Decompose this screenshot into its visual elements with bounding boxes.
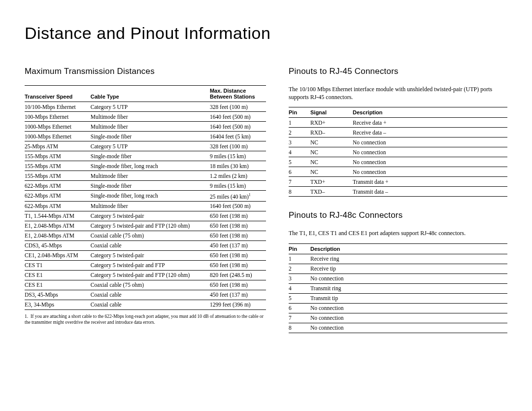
content-columns: Maximum Transmission Distances Transceiv… [25,67,507,333]
th-speed: Transceiver Speed [25,86,91,102]
table-row: DS3, 45-MbpsCoaxial cable450 feet (137 m… [25,290,266,300]
th-cable: Cable Type [91,86,210,102]
section-heading-distances: Maximum Transmission Distances [25,67,266,76]
table-row: CDS3, 45-MbpsCoaxial cable450 feet (137 … [25,240,266,250]
table-row: E3, 34-MbpsCoaxial cable1299 feet (396 m… [25,300,266,309]
th-pin: Pin [289,107,310,118]
th-dist: Max. Distance Between Stations [210,86,266,102]
table-row: 5Transmit tip [289,293,507,303]
section-heading-rj48c: Pinouts to RJ-48c Connectors [289,210,507,220]
left-column: Maximum Transmission Distances Transceiv… [25,67,266,333]
th-pin: Pin [289,243,310,254]
rj48c-intro: The T1, E1, CES T1 and CES E1 port adapt… [289,229,507,237]
th-desc: Description [353,107,507,118]
rj45-intro: The 10/100 Mbps Ethernet interface modul… [289,85,507,101]
table-row: 4Transmit ring [289,283,507,293]
table-row: 8No connection [289,323,507,333]
table-row: CE1, 2.048-Mbps ATMCategory 5 twisted-pa… [25,250,266,260]
distances-table: Transceiver Speed Cable Type Max. Distan… [25,85,266,310]
table-row: 1RXD+Receive data + [289,118,507,128]
section-heading-rj45: Pinouts to RJ-45 Connectors [289,67,507,76]
table-row: 8TXD–Transmit data – [289,187,507,197]
table-row: E1, 2.048-Mbps ATMCategory 5 twisted-pai… [25,221,266,231]
table-row: 622-Mbps ATMSingle-mode fiber9 miles (15… [25,181,266,191]
table-row: 155-Mbps ATMSingle-mode fiber, long reac… [25,161,266,171]
table-row: 1Receive ring [289,254,507,264]
table-row: 7No connection [289,313,507,323]
table-row: 100-Mbps EthernetMultimode fiber1640 fee… [25,112,266,122]
table-row: 155-Mbps ATMSingle-mode fiber9 miles (15… [25,151,266,161]
table-row: 1000-Mbps EthernetMultimode fiber1640 fe… [25,122,266,132]
rj48c-table: Pin Description 1Receive ring2Receive ti… [289,243,507,333]
table-row: 155-Mbps ATMMultimode fiber1.2 miles (2 … [25,171,266,181]
table-row: 3NCNo connection [289,137,507,147]
table-row: 5NCNo connection [289,157,507,167]
table-row: 7TXD+Transmit data + [289,177,507,187]
table-row: E1, 2.048-Mbps ATMCoaxial cable (75 ohm)… [25,231,266,240]
page-title: Distance and Pinout Information [25,24,507,43]
table-row: 4NCNo connection [289,147,507,157]
table-row: 6NCNo connection [289,167,507,177]
table-row: CES E1Coaxial cable (75 ohm)650 feet (19… [25,280,266,290]
right-column: Pinouts to RJ-45 Connectors The 10/100 M… [289,67,507,333]
table-row: 1000-Mbps EthernetSingle-mode fiber16404… [25,132,266,141]
table-row: 2Receive tip [289,264,507,274]
table-row: 2RXD–Receive data – [289,128,507,137]
table-row: 6No connection [289,303,507,313]
footnote: 1.If you are attaching a short cable to … [25,314,266,326]
table-row: CES T1Category 5 twisted-pair and FTP650… [25,260,266,270]
table-row: 622-Mbps ATMMultimode fiber1640 feet (50… [25,201,266,211]
th-desc: Description [310,243,507,254]
table-row: 10/100-Mbps EthernetCategory 5 UTP328 fe… [25,102,266,112]
th-signal: Signal [310,107,353,118]
table-row: 3No connection [289,274,507,283]
table-row: 622-Mbps ATMSingle-mode fiber, long reac… [25,191,266,202]
table-row: CES E1Category 5 twisted-pair and FTP (1… [25,270,266,280]
table-row: T1, 1.544-Mbps ATMCategory 5 twisted-pai… [25,211,266,221]
table-row: 25-Mbps ATMCategory 5 UTP328 feet (100 m… [25,141,266,151]
rj45-table: Pin Signal Description 1RXD+Receive data… [289,107,507,197]
